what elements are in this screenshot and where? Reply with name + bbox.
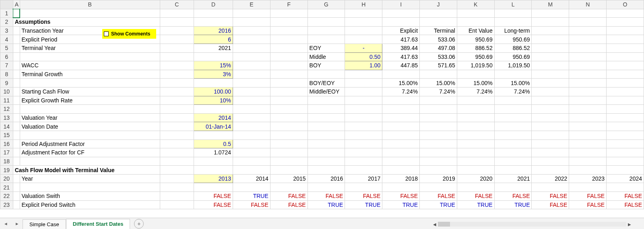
value-cell[interactable]: TRUE — [494, 200, 532, 209]
value-cell[interactable]: 950.69 — [457, 52, 494, 61]
col-header[interactable]: O — [607, 0, 644, 9]
value-cell[interactable]: FALSE — [194, 200, 233, 209]
tab-different-start-dates[interactable]: Different Start Dates — [66, 219, 130, 229]
input-cell[interactable]: 01-Jan-14 — [194, 122, 233, 131]
value-cell[interactable]: 1,019.50 — [494, 61, 532, 70]
value-cell[interactable]: 1.0724 — [194, 148, 233, 157]
table-row[interactable]: 11 Explicit Growth Rate 10% — [0, 96, 644, 105]
scroll-thumb[interactable] — [438, 222, 450, 227]
value-cell[interactable]: 7.24% — [420, 87, 457, 96]
value-cell[interactable]: 15.00% — [457, 79, 494, 87]
table-row[interactable]: 18 — [0, 157, 644, 166]
table-row[interactable]: 10 Starting Cash Flow 100.00 Middle/EOY … — [0, 87, 644, 96]
value-cell[interactable]: 389.44 — [382, 44, 420, 52]
value-cell[interactable]: FALSE — [270, 192, 308, 201]
col-header[interactable]: K — [457, 0, 494, 9]
value-cell[interactable]: 886.52 — [494, 44, 532, 52]
row-header[interactable]: 13 — [0, 113, 13, 122]
value-cell[interactable]: TRUE — [345, 200, 382, 209]
value-cell[interactable]: FALSE — [532, 200, 569, 209]
input-cell[interactable]: 2013 — [194, 174, 233, 183]
row-header[interactable]: 1 — [0, 9, 13, 18]
value-cell[interactable]: 2017 — [345, 174, 382, 183]
table-row[interactable]: 2 Assumptions — [0, 18, 644, 27]
col-header[interactable]: H — [345, 0, 382, 9]
value-cell[interactable]: 15.00% — [420, 79, 457, 87]
value-cell[interactable]: FALSE — [569, 192, 607, 201]
scroll-left-icon[interactable]: ◀ — [431, 222, 438, 227]
col-header[interactable]: D — [194, 0, 233, 9]
input-cell[interactable]: 10% — [194, 96, 233, 105]
value-cell[interactable]: 2018 — [382, 174, 420, 183]
value-cell[interactable]: FALSE — [532, 192, 569, 201]
value-cell[interactable]: 417.63 — [382, 52, 420, 61]
value-cell[interactable]: FALSE — [233, 200, 270, 209]
col-header[interactable]: E — [233, 0, 270, 9]
value-cell[interactable]: 950.69 — [494, 35, 532, 44]
row-header[interactable]: 14 — [0, 122, 13, 131]
row-header[interactable]: 4 — [0, 35, 13, 44]
table-row[interactable]: 13 Valuation Year 2014 — [0, 113, 644, 122]
row-header[interactable]: 3 — [0, 26, 13, 35]
row-header[interactable]: 9 — [0, 79, 13, 87]
col-header[interactable]: B — [20, 0, 160, 9]
row-header[interactable]: 7 — [0, 61, 13, 70]
value-cell[interactable]: 2020 — [457, 174, 494, 183]
value-cell[interactable]: 533.06 — [420, 35, 457, 44]
col-header[interactable]: C — [160, 0, 194, 9]
table-row[interactable]: 17 Adjustment Factor for CF 1.0724 — [0, 148, 644, 157]
value-cell[interactable]: FALSE — [607, 200, 644, 209]
value-cell[interactable]: FALSE — [308, 192, 345, 201]
row-header[interactable]: 16 — [0, 139, 13, 148]
value-cell[interactable]: FALSE — [382, 192, 420, 201]
col-header[interactable]: F — [270, 0, 308, 9]
value-cell[interactable]: TRUE — [308, 200, 345, 209]
value-cell[interactable]: 571.65 — [420, 61, 457, 70]
tab-simple-case[interactable]: Simple Case — [23, 219, 66, 229]
cell-A1[interactable] — [13, 9, 20, 18]
value-cell[interactable]: 2021 — [494, 174, 532, 183]
show-comments-toggle[interactable]: Show Comments — [102, 29, 156, 39]
row-header[interactable]: 22 — [0, 192, 13, 201]
table-row[interactable]: 12 — [0, 105, 644, 114]
value-cell[interactable]: 2021 — [194, 44, 233, 52]
col-header[interactable]: N — [569, 0, 607, 9]
spreadsheet-grid[interactable]: A B C D E F G H I J K L M N O 1 2 Assump… — [0, 0, 644, 209]
table-row[interactable]: 23 Explicit Period Switch FALSE FALSE FA… — [0, 200, 644, 209]
table-row[interactable]: 7 WACC 15% BOY 1.00 447.85 571.65 1,019.… — [0, 61, 644, 70]
input-cell[interactable]: 100.00 — [194, 87, 233, 96]
table-row[interactable]: 3 Transaction Year 2016 Explicit Termina… — [0, 26, 644, 35]
input-cell[interactable]: - — [345, 44, 382, 52]
value-cell[interactable]: 1,019.50 — [457, 61, 494, 70]
tab-nav-prev-icon[interactable]: ◂ — [0, 221, 11, 227]
input-cell[interactable]: 2016 — [194, 26, 233, 35]
value-cell[interactable]: 15.00% — [494, 79, 532, 87]
value-cell[interactable]: FALSE — [494, 192, 532, 201]
table-row[interactable]: 19 Cash Flow Model with Terminal Value — [0, 166, 644, 175]
col-header[interactable]: A — [13, 0, 20, 9]
col-header[interactable]: L — [494, 0, 532, 9]
row-header[interactable]: 6 — [0, 52, 13, 61]
table-row[interactable]: 6 Middle 0.50 417.63 533.06 950.69 950.6… — [0, 52, 644, 61]
input-cell[interactable]: 2014 — [194, 113, 233, 122]
value-cell[interactable]: FALSE — [270, 200, 308, 209]
value-cell[interactable]: 7.24% — [494, 87, 532, 96]
table-row[interactable]: 20 Year 2013 2014 2015 2016 2017 2018 20… — [0, 174, 644, 183]
value-cell[interactable]: 2022 — [532, 174, 569, 183]
input-cell[interactable]: 0.50 — [345, 52, 382, 61]
value-cell[interactable]: 950.69 — [494, 52, 532, 61]
value-cell[interactable]: FALSE — [194, 192, 233, 201]
table-row[interactable]: 4 Explicit Period 6 417.63 533.06 950.69… — [0, 35, 644, 44]
table-row[interactable]: 1 — [0, 9, 644, 18]
row-header[interactable]: 2 — [0, 18, 13, 27]
value-cell[interactable]: 7.24% — [457, 87, 494, 96]
row-header[interactable]: 17 — [0, 148, 13, 157]
input-cell[interactable]: 15% — [194, 61, 233, 70]
value-cell[interactable]: TRUE — [233, 192, 270, 201]
row-header[interactable]: 11 — [0, 96, 13, 105]
table-row[interactable]: 22 Valuation Swith FALSE TRUE FALSE FALS… — [0, 192, 644, 201]
value-cell[interactable]: 2019 — [420, 174, 457, 183]
value-cell[interactable]: 447.85 — [382, 61, 420, 70]
input-cell[interactable]: 0.5 — [194, 139, 233, 148]
horizontal-scrollbar[interactable]: ◀ ▶ — [431, 221, 633, 227]
